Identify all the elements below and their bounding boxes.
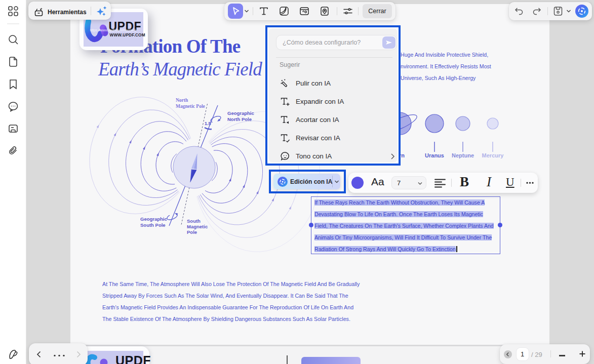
svg-text:Magnetic: Magnetic <box>187 224 208 229</box>
svg-text:South Pole: South Pole <box>140 222 166 228</box>
svg-text:Pole: Pole <box>187 229 197 235</box>
svg-text:North: North <box>176 98 188 103</box>
svg-text:1.5: 1.5 <box>205 121 211 126</box>
svg-text:Magnetic Pole: Magnetic Pole <box>176 104 205 109</box>
svg-text:Geographic: Geographic <box>140 216 167 222</box>
svg-text:South: South <box>187 218 201 224</box>
svg-text:Geographic: Geographic <box>227 110 254 116</box>
svg-text:North Pole: North Pole <box>227 116 252 122</box>
